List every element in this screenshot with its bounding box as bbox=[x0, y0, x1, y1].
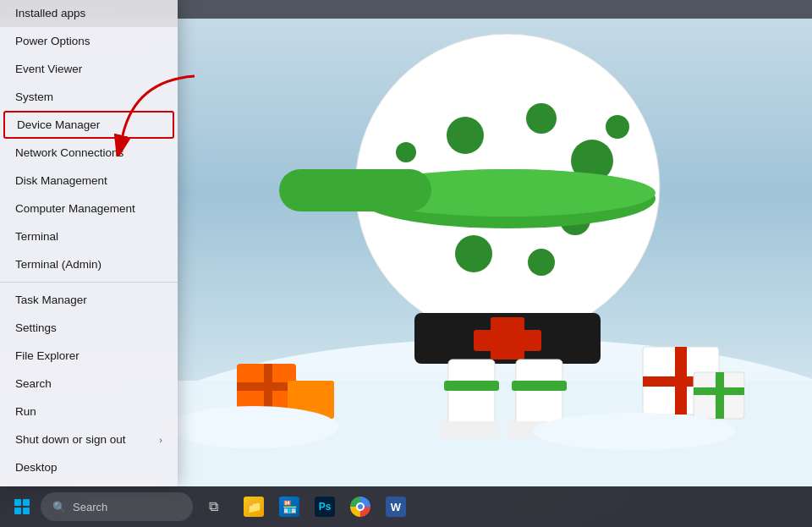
svg-point-37 bbox=[533, 413, 736, 450]
store-button[interactable]: 🏪 bbox=[272, 490, 306, 524]
menu-item-label-network-connections: Network Connections bbox=[15, 146, 123, 159]
search-icon: 🔍 bbox=[52, 501, 66, 513]
menu-item-label-search: Search bbox=[15, 377, 52, 390]
menu-item-file-explorer[interactable]: File Explorer bbox=[0, 342, 178, 370]
menu-item-terminal[interactable]: Terminal bbox=[0, 222, 178, 250]
store-icon: 🏪 bbox=[279, 497, 299, 517]
svg-point-4 bbox=[447, 117, 484, 154]
menu-item-label-terminal-admin: Terminal (Admin) bbox=[15, 258, 102, 271]
svg-rect-20 bbox=[516, 360, 562, 427]
menu-item-terminal-admin[interactable]: Terminal (Admin) bbox=[0, 250, 178, 278]
svg-point-12 bbox=[606, 115, 629, 139]
menu-item-settings[interactable]: Settings bbox=[0, 314, 178, 342]
task-view-icon: ⧉ bbox=[200, 497, 226, 517]
menu-item-label-shutdown: Shut down or sign out bbox=[15, 433, 126, 446]
menu-item-arrow-shutdown: › bbox=[159, 435, 162, 445]
menu-item-search[interactable]: Search bbox=[0, 370, 178, 398]
menu-item-label-system: System bbox=[15, 91, 53, 103]
svg-rect-25 bbox=[279, 169, 431, 211]
menu-item-label-power-options: Power Options bbox=[15, 35, 91, 47]
menu-item-label-task-manager: Task Manager bbox=[15, 294, 87, 306]
chrome-icon bbox=[350, 497, 370, 517]
photoshop-button[interactable]: Ps bbox=[308, 490, 342, 524]
word-icon: W bbox=[386, 497, 406, 517]
windows-logo-icon bbox=[14, 499, 30, 514]
svg-rect-19 bbox=[448, 360, 495, 427]
file-explorer-icon: 📁 bbox=[244, 497, 264, 517]
menu-item-run[interactable]: Run bbox=[0, 398, 178, 425]
menu-item-label-disk-management: Disk Management bbox=[15, 174, 107, 187]
taskbar-search-label: Search bbox=[73, 501, 107, 513]
chrome-button[interactable] bbox=[343, 490, 377, 524]
menu-item-label-file-explorer: File Explorer bbox=[15, 349, 80, 362]
photoshop-icon: Ps bbox=[315, 497, 335, 517]
menu-item-label-settings: Settings bbox=[15, 321, 57, 334]
file-explorer-button[interactable]: 📁 bbox=[237, 490, 271, 524]
svg-point-36 bbox=[169, 406, 338, 448]
svg-point-10 bbox=[455, 235, 492, 272]
svg-rect-23 bbox=[440, 421, 499, 438]
menu-item-label-computer-management: Computer Management bbox=[15, 202, 135, 215]
svg-point-11 bbox=[528, 249, 555, 276]
svg-point-5 bbox=[526, 103, 557, 134]
menu-item-desktop[interactable]: Desktop bbox=[0, 453, 178, 481]
task-view-button[interactable]: ⧉ bbox=[196, 490, 230, 524]
menu-item-label-desktop: Desktop bbox=[15, 461, 58, 474]
menu-item-shutdown[interactable]: Shut down or sign out› bbox=[0, 425, 178, 453]
menu-item-event-viewer[interactable]: Event Viewer bbox=[0, 55, 178, 83]
menu-item-system[interactable]: System bbox=[0, 83, 178, 111]
menu-item-network-connections[interactable]: Network Connections bbox=[0, 139, 178, 167]
svg-rect-28 bbox=[675, 347, 687, 414]
menu-item-installed-apps[interactable]: Installed apps bbox=[0, 0, 178, 27]
svg-point-13 bbox=[396, 142, 416, 162]
word-button[interactable]: W bbox=[379, 490, 413, 524]
svg-rect-22 bbox=[512, 381, 567, 391]
taskbar: 🔍 Search ⧉ 📁 🏪 Ps W bbox=[0, 486, 812, 527]
menu-item-label-run: Run bbox=[15, 405, 36, 418]
svg-rect-18 bbox=[474, 330, 541, 351]
menu-item-label-device-manager: Device Manager bbox=[17, 118, 100, 131]
menu-item-label-installed-apps: Installed apps bbox=[15, 7, 85, 19]
menu-item-device-manager[interactable]: Device Manager bbox=[3, 111, 174, 139]
taskbar-pinned-icons: 📁 🏪 Ps W bbox=[237, 490, 413, 524]
start-button[interactable] bbox=[7, 491, 37, 522]
svg-rect-21 bbox=[444, 381, 499, 391]
taskbar-search[interactable]: 🔍 Search bbox=[41, 492, 193, 521]
menu-item-label-event-viewer: Event Viewer bbox=[15, 63, 82, 75]
menu-item-disk-management[interactable]: Disk Management bbox=[0, 167, 178, 195]
menu-item-computer-management[interactable]: Computer Management bbox=[0, 195, 178, 222]
menu-divider-terminal-admin bbox=[0, 282, 178, 283]
menu-item-task-manager[interactable]: Task Manager bbox=[0, 286, 178, 314]
svg-rect-31 bbox=[716, 372, 724, 419]
menu-item-power-options[interactable]: Power Options bbox=[0, 27, 178, 55]
context-menu: Installed appsPower OptionsEvent ViewerS… bbox=[0, 0, 178, 486]
menu-item-label-terminal: Terminal bbox=[15, 230, 58, 243]
